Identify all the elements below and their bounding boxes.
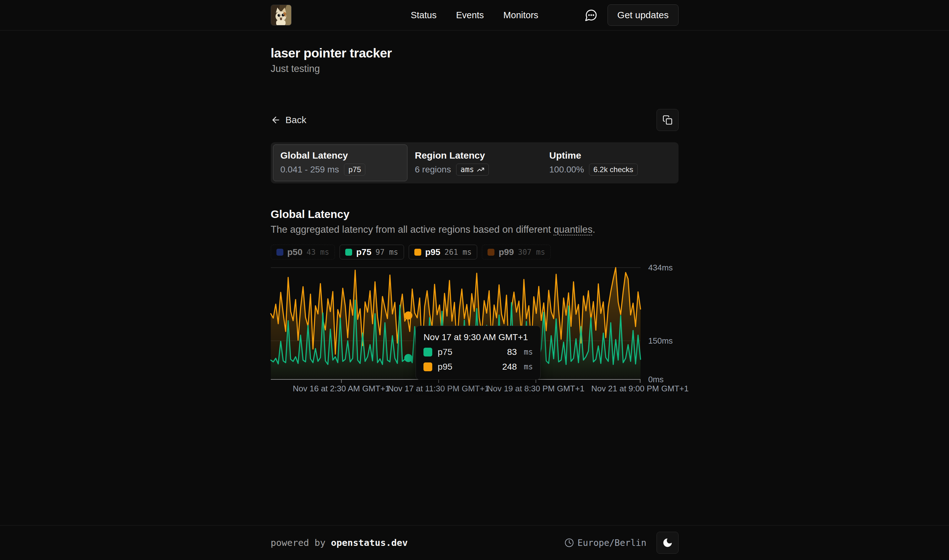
main-content: laser pointer tracker Just testing Back … (271, 31, 678, 403)
tooltip-row-p75: p75 83 ms (423, 347, 533, 357)
message-bubble-icon (584, 8, 598, 22)
copy-link-button[interactable] (657, 109, 678, 131)
legend-label: p95 (425, 247, 440, 257)
p75-swatch (345, 249, 352, 255)
metric-tabs: Global Latency 0.041 - 259 ms p75 Region… (271, 142, 678, 183)
tab-value: 100.00% (549, 165, 584, 175)
legend-label: p50 (288, 247, 303, 257)
tooltip-series-name: p75 (438, 347, 452, 357)
legend-value: 307 ms (518, 248, 545, 257)
x-axis-tick-label: Nov 19 at 8:30 PM GMT+1 (487, 384, 584, 394)
y-axis-tick-label: 434ms (648, 263, 673, 272)
legend-toggle-p99[interactable]: p99 307 ms (482, 245, 551, 259)
description-text: The aggregated latency from all active r… (271, 224, 554, 235)
x-axis-tick-label: Nov 17 at 11:30 PM GMT+1 (388, 384, 489, 394)
x-axis-tick-label: Nov 16 at 2:30 AM GMT+1 (293, 384, 390, 394)
page-title: laser pointer tracker (271, 46, 678, 61)
region-badge-label: ams (460, 165, 474, 174)
tab-value: 6 regions (415, 165, 451, 175)
page-subtitle: Just testing (271, 63, 678, 74)
powered-by-prefix: powered by (271, 537, 331, 548)
tooltip-series-unit: ms (524, 348, 533, 357)
feedback-chat-button[interactable] (584, 8, 598, 22)
tab-global-latency[interactable]: Global Latency 0.041 - 259 ms p75 (273, 145, 408, 181)
clock-icon (564, 538, 574, 548)
page-footer: powered by openstatus.dev Europe/Berlin (0, 525, 949, 560)
back-link[interactable]: Back (271, 115, 307, 125)
nav-link-events[interactable]: Events (456, 0, 484, 31)
tab-title: Uptime (549, 150, 669, 161)
tab-title: Global Latency (280, 150, 400, 161)
back-label: Back (286, 115, 307, 125)
theme-toggle-button[interactable] (657, 532, 678, 554)
region-badge: ams (456, 164, 489, 175)
x-axis-tick-label: Nov 21 at 9:00 PM GMT+1 (591, 384, 689, 394)
tab-region-latency[interactable]: Region Latency 6 regions ams (408, 145, 542, 181)
trending-up-icon (477, 166, 484, 173)
legend-toggle-p95[interactable]: p95 261 ms (409, 245, 477, 259)
tooltip-series-name: p95 (438, 362, 452, 372)
p75-swatch (423, 348, 432, 357)
powered-by: powered by openstatus.dev (271, 537, 408, 548)
tab-value: 0.041 - 259 ms (280, 165, 339, 175)
y-axis-tick-label: 0ms (648, 375, 664, 385)
p95-swatch (414, 249, 421, 255)
checks-badge: 6.2k checks (589, 164, 638, 175)
p95-swatch (423, 362, 432, 371)
nav-link-monitors[interactable]: Monitors (503, 0, 538, 31)
legend-value: 261 ms (445, 248, 472, 257)
quantile-badge: p75 (344, 164, 365, 175)
legend-label: p75 (356, 247, 371, 257)
tooltip-row-p95: p95 248 ms (423, 362, 533, 372)
arrow-left-icon (271, 115, 281, 125)
status-page-logo[interactable] (271, 5, 292, 25)
legend-toggle-p75[interactable]: p75 97 ms (340, 245, 404, 259)
legend-label: p99 (498, 247, 514, 257)
timezone-label: Europe/Berlin (577, 538, 646, 548)
chart-legend: p50 43 ms p75 97 ms p95 261 ms p99 307 m… (271, 245, 678, 259)
legend-value: 97 ms (375, 248, 398, 257)
copy-icon (663, 115, 672, 125)
moon-icon (662, 537, 673, 548)
tooltip-series-unit: ms (524, 362, 533, 371)
cat-logo-image (271, 5, 292, 25)
tab-title: Region Latency (415, 150, 534, 161)
section-heading: Global Latency (271, 208, 678, 220)
quantiles-link[interactable]: quantiles (554, 224, 592, 235)
legend-value: 43 ms (307, 248, 329, 257)
get-updates-button[interactable]: Get updates (608, 5, 678, 26)
timezone-display: Europe/Berlin (564, 538, 646, 548)
nav-links: Status Events Monitors (411, 0, 538, 31)
openstatus-link[interactable]: openstatus.dev (331, 537, 408, 548)
latency-chart: Nov 16 at 2:30 AM GMT+1 Nov 17 at 11:30 … (271, 268, 678, 403)
description-period: . (592, 224, 595, 235)
y-axis-tick-label: 150ms (648, 336, 673, 346)
legend-toggle-p50[interactable]: p50 43 ms (271, 245, 335, 259)
p50-swatch (277, 249, 283, 255)
nav-link-status[interactable]: Status (411, 0, 436, 31)
section-description: The aggregated latency from all active r… (271, 224, 678, 235)
top-nav: Status Events Monitors Get updates (0, 0, 949, 31)
tooltip-series-value: 83 (507, 347, 517, 357)
chart-tooltip: Nov 17 at 9:30 AM GMT+1 p75 83 ms p95 24… (415, 326, 541, 380)
tab-uptime[interactable]: Uptime 100.00% 6.2k checks (542, 145, 676, 181)
p99-swatch (488, 249, 494, 255)
tooltip-timestamp: Nov 17 at 9:30 AM GMT+1 (423, 332, 533, 342)
tooltip-series-value: 248 (502, 362, 517, 372)
